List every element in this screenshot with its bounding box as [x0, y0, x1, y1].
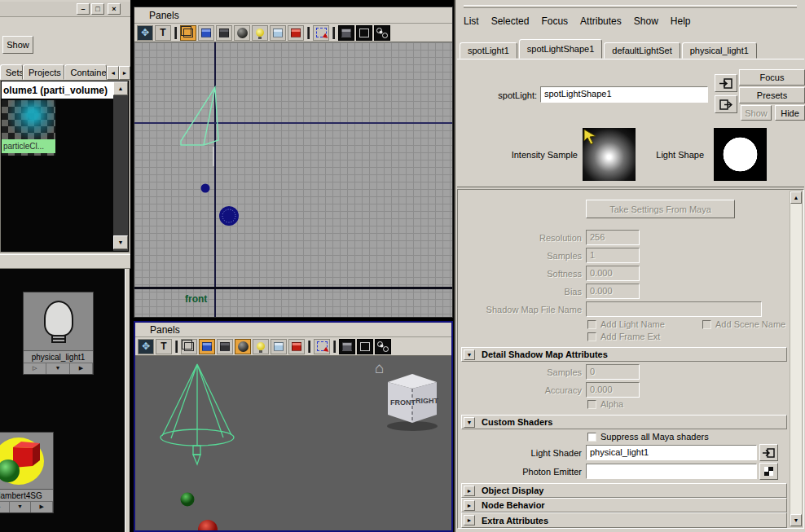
scroll-down-icon[interactable]: ▼: [113, 235, 128, 249]
tab-sets[interactable]: Sets: [0, 64, 23, 80]
tab-scroll-left-icon[interactable]: ◄: [107, 66, 118, 80]
node-output-icon[interactable]: ▶: [31, 502, 53, 512]
panels-menu[interactable]: Panels: [150, 324, 180, 336]
marquee-select-icon[interactable]: [314, 339, 330, 354]
home-icon[interactable]: ⌂: [375, 359, 384, 377]
add-light-name-checkbox[interactable]: [587, 320, 596, 329]
suppress-shaders-checkbox[interactable]: [587, 433, 596, 442]
section-extra-attributes[interactable]: ► Extra Attributes: [461, 512, 787, 528]
wireframe-mode-icon[interactable]: [181, 339, 197, 354]
tab-defaultlightset[interactable]: defaultLightSet: [604, 42, 680, 59]
light-shape-swatch[interactable]: [714, 128, 767, 181]
panel-divider[interactable]: [0, 254, 130, 269]
tab-scroll-right-icon[interactable]: ►: [119, 66, 130, 80]
node-menu-icon[interactable]: ▼: [46, 363, 69, 374]
select-tool-icon[interactable]: ✥: [138, 339, 154, 354]
section-collapsed-icon[interactable]: ►: [464, 486, 475, 496]
window-titlebar[interactable]: – □ ×: [0, 2, 130, 17]
node-expand-icon[interactable]: ▷: [0, 502, 10, 512]
light-bulb-icon[interactable]: [24, 292, 93, 351]
tab-spotlight1[interactable]: spotLight1: [460, 42, 517, 59]
section-node-behavior[interactable]: ► Node Behavior: [461, 498, 787, 512]
selected-node-header[interactable]: olume1 (parti_volume): [2, 81, 114, 99]
menu-tearoff-handle[interactable]: [464, 5, 797, 8]
show-menu-button[interactable]: Show: [2, 36, 33, 54]
textured-mode-icon[interactable]: [234, 25, 250, 41]
section-collapsed-icon[interactable]: ►: [464, 515, 475, 525]
close-icon[interactable]: ×: [108, 3, 121, 15]
menu-list[interactable]: List: [464, 15, 479, 27]
default-material-icon[interactable]: [270, 25, 286, 41]
colored-material-icon[interactable]: [288, 25, 304, 41]
menu-help[interactable]: Help: [671, 15, 691, 27]
persp-view-canvas[interactable]: FRONT RIGHT ⌂: [135, 356, 451, 530]
menu-show[interactable]: Show: [634, 15, 658, 27]
tab-projects[interactable]: Projects: [23, 64, 64, 80]
light-shader-map-icon[interactable]: [759, 444, 778, 461]
scroll-up-icon[interactable]: ▲: [790, 191, 802, 204]
detail-samples-field[interactable]: 0: [586, 364, 640, 380]
section-detail-shadow[interactable]: ▼ Detail Shadow Map Attributes: [461, 347, 787, 362]
menu-selected[interactable]: Selected: [491, 15, 530, 27]
scroll-down-icon[interactable]: ▼: [790, 514, 802, 526]
node-expand-icon[interactable]: ▷: [24, 363, 46, 374]
xray-joints-icon[interactable]: [374, 25, 390, 41]
viewport-menubar[interactable]: Panels: [134, 7, 452, 24]
xray-joints-icon[interactable]: [375, 339, 391, 354]
add-scene-name-checkbox[interactable]: [702, 320, 711, 329]
isolate-select-icon[interactable]: [338, 25, 354, 41]
scroll-up-icon[interactable]: ▲: [113, 81, 128, 95]
flat-shade-icon[interactable]: [217, 339, 233, 354]
section-custom-shaders[interactable]: ▼ Custom Shaders: [461, 415, 787, 429]
marquee-select-icon[interactable]: [313, 25, 329, 41]
photon-emitter-map-icon[interactable]: [759, 463, 778, 480]
use-lights-icon[interactable]: [252, 25, 268, 41]
light-node-swatch[interactable]: physical_light1 ▷ ▼ ▶: [23, 292, 94, 375]
smooth-shade-icon[interactable]: [198, 25, 214, 41]
tab-physical-light1[interactable]: physical_light1: [682, 42, 757, 59]
frame-selection-icon[interactable]: [356, 25, 372, 41]
section-collapsed-icon[interactable]: ►: [464, 500, 475, 511]
colored-material-icon[interactable]: [288, 339, 305, 354]
select-tool-icon[interactable]: ✥: [137, 25, 153, 41]
maximize-icon[interactable]: □: [91, 3, 104, 15]
hypershade-work-area[interactable]: physical_light1 ▷ ▼ ▶ lambert4SG ▷ ▼ ▶: [0, 269, 125, 532]
tab-containers[interactable]: Containe: [64, 64, 107, 80]
material-preview-icon[interactable]: [0, 433, 53, 490]
hide-button[interactable]: Hide: [775, 105, 805, 121]
add-frame-ext-checkbox[interactable]: [587, 332, 596, 341]
section-object-display[interactable]: ► Object Display: [461, 483, 787, 498]
focus-button[interactable]: Focus: [739, 69, 805, 86]
menu-attributes[interactable]: Attributes: [580, 15, 622, 27]
file-name-field[interactable]: [586, 301, 762, 317]
particle-cloud-label[interactable]: particleCl...: [2, 139, 55, 153]
node-menu-icon[interactable]: ▼: [10, 502, 32, 512]
default-material-icon[interactable]: [271, 339, 287, 354]
frame-selection-icon[interactable]: [357, 339, 373, 354]
outliner-scrollbar[interactable]: ▲ ▼: [113, 81, 128, 251]
attributes-scrollbar[interactable]: ▲ ▼: [790, 191, 803, 527]
photon-emitter-field[interactable]: [586, 464, 757, 479]
textured-mode-icon[interactable]: [235, 339, 251, 354]
menu-focus[interactable]: Focus: [541, 15, 568, 27]
resolution-field[interactable]: 256: [586, 230, 640, 245]
tab-spotlightshape1[interactable]: spotLightShape1: [519, 39, 603, 59]
material-node-swatch[interactable]: lambert4SG ▷ ▼ ▶: [0, 432, 54, 513]
use-lights-icon[interactable]: [253, 339, 269, 354]
light-shader-field[interactable]: physical_light1: [586, 445, 757, 460]
connect-input-icon[interactable]: [715, 74, 737, 92]
accuracy-field[interactable]: 0.000: [586, 382, 640, 398]
bias-field[interactable]: 0.000: [586, 284, 640, 299]
smooth-shade-icon[interactable]: [199, 339, 215, 354]
softness-field[interactable]: 0.000: [586, 266, 640, 281]
presets-button[interactable]: Presets: [739, 87, 805, 103]
minimize-icon[interactable]: –: [77, 3, 90, 15]
isolate-select-icon[interactable]: [339, 339, 355, 354]
section-expanded-icon[interactable]: ▼: [464, 417, 475, 428]
node-name-field[interactable]: spotLightShape1: [540, 86, 708, 103]
node-output-icon[interactable]: ▶: [70, 363, 93, 374]
show-button[interactable]: Show: [741, 105, 772, 121]
alpha-checkbox[interactable]: [587, 400, 596, 409]
flat-shade-icon[interactable]: [216, 25, 232, 41]
take-settings-button[interactable]: Take Settings From Maya: [586, 200, 735, 218]
